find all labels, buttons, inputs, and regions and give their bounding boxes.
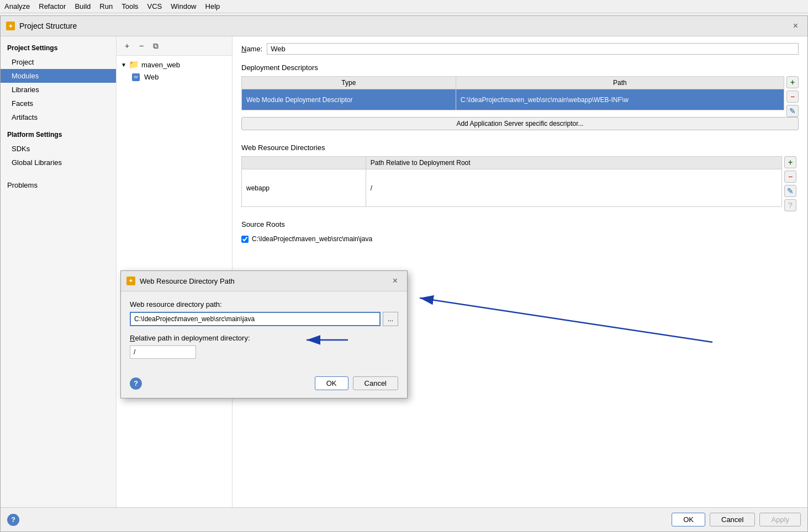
bottom-bar: ? OK Cancel Apply [1,507,807,531]
edit-wr-btn[interactable]: ✎ [784,185,796,197]
dialog-title-bar: ✦ Project Structure × [1,16,807,36]
sidebar-item-sdks[interactable]: SDKs [1,142,116,156]
wr-row[interactable]: webapp / [242,169,782,207]
sidebar: Project Settings Project Modules Librari… [1,36,117,508]
modal-close-btn[interactable]: × [389,274,402,288]
cell-path: C:\IdeaProject\maven_web\src\main\webapp… [456,89,784,110]
source-roots-title: Source Roots [241,220,799,228]
ok-button[interactable]: OK [672,513,705,526]
menu-help[interactable]: Help [205,2,220,10]
source-root-row: C:\IdeaProject\maven_web\src\main\java [241,233,799,245]
modal-title: Web Resource Directory Path [140,277,235,285]
sidebar-item-problems[interactable]: Problems [1,178,116,192]
close-button[interactable]: × [789,19,802,33]
modal-title-left: ✦ Web Resource Directory Path [126,276,235,285]
deployment-descriptors-title: Deployment Descriptors [241,63,799,72]
deployment-table-container: Type Path Web Module Deployment Descript… [241,76,799,117]
relative-path-label: Relative path in deployment directory: [130,334,398,342]
module-tree: ▼ 📁 maven_web W Web [117,56,232,85]
menu-refactor[interactable]: Refactor [39,2,66,10]
sidebar-item-project[interactable]: Project [1,55,116,69]
tree-item-maven-web[interactable]: ▼ 📁 maven_web [117,58,232,71]
modal-input-row: ... [130,312,398,326]
menu-window[interactable]: Window [171,2,196,10]
browse-btn[interactable]: ... [383,312,398,326]
modal-icon: ✦ [126,276,135,285]
wr-col1 [242,157,366,169]
add-wr-btn[interactable]: + [784,156,796,168]
web-resource-dialog: ✦ Web Resource Directory Path × Web reso… [120,270,408,398]
help-wr-btn[interactable]: ? [784,199,796,211]
source-root-checkbox[interactable] [241,236,249,243]
web-resource-input[interactable] [130,312,381,326]
col-type: Type [242,77,456,89]
modal-body: Web resource directory path: ... Relativ… [121,291,407,376]
web-resource-title: Web Resource Directories [241,143,799,152]
tree-toolbar: + − ⧉ [117,36,232,56]
module-icon: W [132,73,140,81]
sidebar-item-facets[interactable]: Facets [1,97,116,110]
copy-module-btn[interactable]: ⧉ [150,40,162,52]
chevron-icon: ▼ [121,62,126,68]
tree-item-label: Web [144,73,159,81]
project-settings-header: Project Settings [1,41,116,55]
dialog-icon: ✦ [6,22,15,30]
web-resource-section: Web Resource Directories Path Relative t… [241,143,799,211]
bottom-right-buttons: OK Cancel Apply [672,513,801,526]
col-path: Path [456,77,784,89]
table-row[interactable]: Web Module Deployment Descriptor C:\Idea… [242,89,784,110]
tree-item-web[interactable]: W Web [117,71,232,83]
modal-help-btn[interactable]: ? [130,377,142,390]
name-label: Name: [241,45,262,53]
relative-path-input[interactable] [130,345,196,359]
wr-col-path: Path Relative to Deployment Root [366,157,781,169]
modal-action-btns: OK Cancel [315,376,398,390]
sidebar-item-global-libraries[interactable]: Global Libraries [1,156,116,169]
sidebar-item-modules[interactable]: Modules [1,69,116,83]
wr-cell1: webapp [242,169,366,207]
sidebar-item-libraries[interactable]: Libraries [1,83,116,97]
wr-cell2: / [366,169,781,207]
menu-vcs[interactable]: VCS [147,2,162,10]
name-input[interactable] [267,43,799,55]
source-root-path: C:\IdeaProject\maven_web\src\main\java [252,235,372,243]
sidebar-item-artifacts[interactable]: Artifacts [1,110,116,124]
cancel-button[interactable]: Cancel [710,513,755,526]
title-bar-left: ✦ Project Structure [6,22,77,30]
menu-build[interactable]: Build [75,2,91,10]
remove-module-btn[interactable]: − [135,40,147,52]
tree-item-label: maven_web [141,61,180,69]
modal-title-bar: ✦ Web Resource Directory Path × [121,271,407,291]
deployment-action-bar: + − ✎ [786,76,799,117]
add-descriptor-btn[interactable]: + [786,76,799,88]
deployment-table: Type Path Web Module Deployment Descript… [241,76,784,110]
add-module-btn[interactable]: + [121,40,133,52]
modal-ok-btn[interactable]: OK [315,376,348,390]
dialog-title: Project Structure [19,22,77,30]
remove-wr-btn[interactable]: − [784,171,796,183]
name-row: Name: [241,43,799,55]
help-button[interactable]: ? [7,514,19,526]
menu-run[interactable]: Run [99,2,113,10]
menu-tools[interactable]: Tools [122,2,138,10]
platform-settings-header: Platform Settings [1,124,116,142]
apply-button[interactable]: Apply [759,513,801,526]
source-roots-section: Source Roots C:\IdeaProject\maven_web\sr… [241,220,799,245]
relative-path-row [130,345,398,359]
wr-action-bar: + − ✎ ? [784,156,796,211]
cell-type: Web Module Deployment Descriptor [242,89,456,110]
web-resource-table: Path Relative to Deployment Root webapp … [241,156,782,207]
modal-footer: ? OK Cancel [121,376,407,398]
wr-table-container: Path Relative to Deployment Root webapp … [241,156,799,211]
modal-cancel-btn[interactable]: Cancel [353,376,398,390]
edit-descriptor-btn[interactable]: ✎ [786,105,799,117]
add-server-btn[interactable]: Add Application Server specific descript… [241,117,799,130]
web-resource-label: Web resource directory path: [130,300,398,308]
menu-bar: Analyze Refactor Build Run Tools VCS Win… [0,0,808,13]
menu-analyze[interactable]: Analyze [4,2,30,10]
remove-descriptor-btn[interactable]: − [786,91,799,103]
folder-icon: 📁 [129,60,139,70]
